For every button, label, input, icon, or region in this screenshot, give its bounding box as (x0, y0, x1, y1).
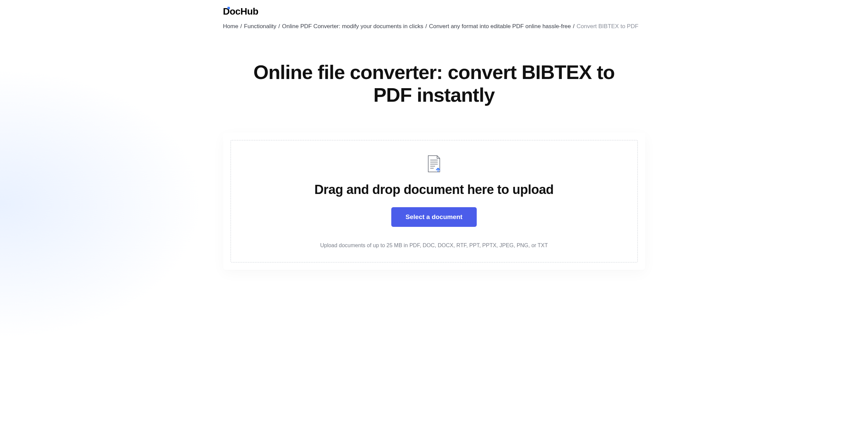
breadcrumb-convert-format[interactable]: Convert any format into editable PDF onl… (429, 23, 571, 30)
logo-text: DocHub (223, 6, 258, 17)
page-title: Online file converter: convert BIBTEX to… (223, 61, 645, 106)
dropzone-title: Drag and drop document here to upload (238, 182, 631, 197)
select-document-button[interactable]: Select a document (391, 207, 477, 227)
breadcrumb-converter[interactable]: Online PDF Converter: modify your docume… (282, 23, 423, 30)
document-upload-icon (427, 155, 441, 174)
upload-card: Drag and drop document here to upload Se… (223, 133, 645, 270)
logo[interactable]: DocHub (223, 0, 645, 17)
breadcrumb-separator: / (240, 23, 242, 30)
breadcrumb-separator: / (425, 23, 427, 30)
breadcrumb-functionality[interactable]: Functionality (244, 23, 276, 30)
breadcrumb: Home / Functionality / Online PDF Conver… (223, 23, 645, 30)
upload-hint: Upload documents of up to 25 MB in PDF, … (238, 242, 631, 249)
breadcrumb-home[interactable]: Home (223, 23, 238, 30)
breadcrumb-separator: / (278, 23, 280, 30)
dropzone[interactable]: Drag and drop document here to upload Se… (231, 140, 638, 262)
breadcrumb-separator: / (573, 23, 575, 30)
breadcrumb-current: Convert BIBTEX to PDF (577, 23, 638, 30)
